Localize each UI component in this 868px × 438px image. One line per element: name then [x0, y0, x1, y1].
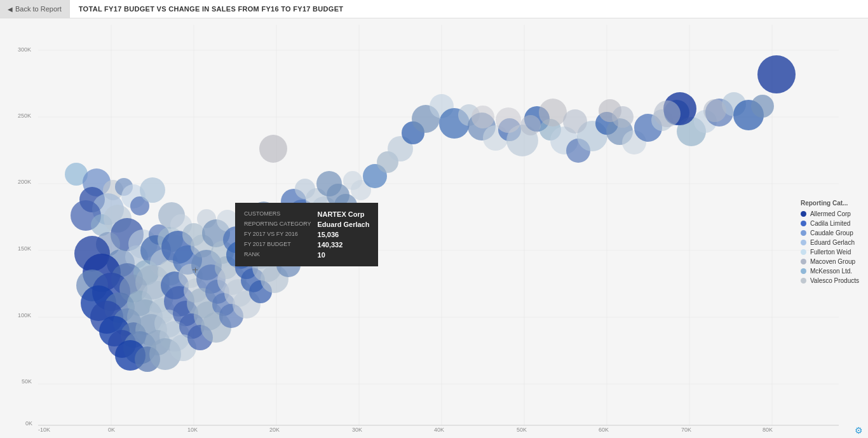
tooltip-fy17-fy16-label: FY 2017 VS FY 2016	[244, 229, 318, 240]
tooltip-fy17-budget-label: FY 2017 BUDGET	[244, 240, 318, 250]
x-axis-50k: 50K	[517, 427, 527, 433]
corner-icon[interactable]: ⚙	[855, 425, 863, 435]
legend-dot-3	[801, 240, 806, 245]
svg-point-162	[496, 107, 521, 133]
legend-item-1: Cadila Limited	[801, 220, 859, 227]
scatter-chart	[0, 18, 868, 438]
legend-label-4: Fullerton Weid	[810, 249, 851, 256]
legend-label-2: Caudale Group	[810, 229, 853, 236]
x-axis-10k: 10K	[187, 427, 198, 433]
svg-point-157	[751, 95, 774, 118]
legend-label-1: Cadila Limited	[810, 220, 850, 227]
y-axis-300k: 300K	[18, 46, 31, 53]
legend-item-0: Allermed Corp	[801, 210, 859, 217]
y-axis-250k: 250K	[18, 113, 31, 119]
tooltip-reporting-value: Eduard Gerlach	[318, 219, 370, 229]
legend-item-2: Caudale Group	[801, 229, 859, 236]
svg-point-67	[259, 135, 287, 163]
tooltip-customers-value: NARTEX Corp	[318, 209, 370, 219]
y-axis-200k: 200K	[18, 179, 31, 185]
legend: Reporting Cat... Allermed Corp Cadila Li…	[801, 200, 859, 287]
svg-point-164	[520, 115, 541, 135]
x-axis-80k: 80K	[763, 427, 773, 433]
x-axis-30k: 30K	[352, 427, 362, 433]
y-axis-50k: 50K	[22, 378, 32, 385]
x-axis-neg10k: -10K	[38, 427, 50, 433]
x-axis-0k: 0K	[108, 427, 115, 433]
legend-dot-4	[801, 249, 806, 255]
legend-title: Reporting Cat...	[801, 200, 859, 207]
x-axis-20k: 20K	[269, 427, 280, 433]
legend-dot-5	[801, 259, 806, 264]
tooltip-rank-value: 10	[318, 250, 370, 260]
chart-container: CUSTOMERS NARTEX Corp REPORTING CATEGORY…	[0, 18, 868, 438]
back-arrow-icon: ◀	[8, 6, 13, 13]
tooltip-fy17-fy16-value: 15,036	[318, 229, 370, 240]
y-axis-150k: 150K	[18, 245, 31, 252]
svg-point-163	[471, 106, 494, 128]
y-axis-100k: 100K	[18, 312, 31, 318]
legend-label-3: Eduard Gerlach	[810, 239, 855, 246]
legend-dot-0	[801, 211, 806, 217]
chart-title: TOTAL FY17 BUDGET VS CHANGE IN SALES FRO…	[70, 5, 353, 13]
svg-point-165	[563, 109, 587, 133]
legend-item-7: Valesco Products	[801, 277, 859, 284]
legend-dot-1	[801, 221, 806, 226]
back-to-report-button[interactable]: ◀ Back to Report	[0, 0, 70, 18]
tooltip-customers-label: CUSTOMERS	[244, 209, 318, 219]
header: ◀ Back to Report TOTAL FY17 BUDGET VS CH…	[0, 0, 868, 18]
legend-item-4: Fullerton Weid	[801, 249, 859, 256]
x-axis-40k: 40K	[434, 427, 444, 433]
svg-point-161	[539, 99, 567, 127]
svg-point-166	[612, 106, 634, 128]
legend-label-7: Valesco Products	[810, 277, 859, 284]
legend-item-5: Macoven Group	[801, 258, 859, 265]
svg-point-158	[757, 55, 796, 93]
tooltip-fy17-budget-value: 140,332	[318, 240, 370, 250]
tooltip-reporting-label: REPORTING CATEGORY	[244, 219, 318, 229]
legend-dot-7	[801, 278, 806, 284]
x-axis-70k: 70K	[681, 427, 691, 433]
legend-item-3: Eduard Gerlach	[801, 239, 859, 246]
tooltip-rank-label: RANK	[244, 250, 318, 260]
svg-point-167	[654, 100, 681, 127]
legend-dot-6	[801, 268, 806, 274]
legend-dot-2	[801, 230, 806, 236]
tooltip: CUSTOMERS NARTEX Corp REPORTING CATEGORY…	[235, 203, 378, 266]
legend-items: Allermed Corp Cadila Limited Caudale Gro…	[801, 210, 859, 284]
y-axis-0k: 0K	[25, 420, 32, 427]
back-label: Back to Report	[15, 5, 62, 13]
legend-label-5: Macoven Group	[810, 258, 855, 265]
svg-point-28	[140, 177, 165, 203]
legend-label-6: McKesson Ltd.	[810, 268, 852, 275]
x-axis-60k: 60K	[599, 427, 609, 433]
legend-label-0: Allermed Corp	[810, 210, 851, 217]
svg-point-168	[703, 99, 726, 122]
legend-item-6: McKesson Ltd.	[801, 268, 859, 275]
